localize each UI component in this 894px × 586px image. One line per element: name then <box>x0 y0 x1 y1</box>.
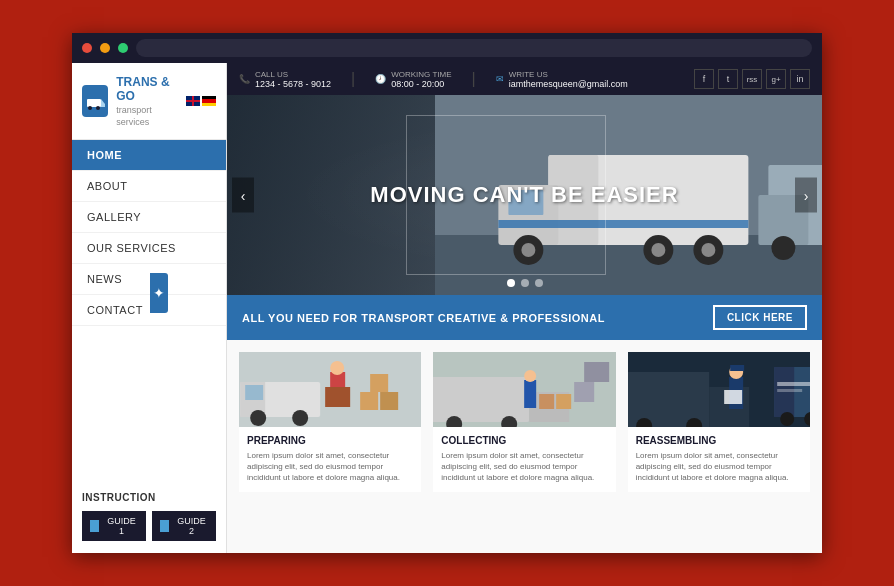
instruction-label: INSTRUCTION <box>82 492 216 503</box>
svg-rect-52 <box>724 390 742 404</box>
svg-rect-41 <box>556 394 571 409</box>
header-call: 📞 Call us 1234 - 5678 - 9012 <box>239 70 331 89</box>
service-card-collecting: COLLECTING Lorem ipsum dolor sit amet, c… <box>433 352 615 492</box>
cta-banner: ALL YOU NEED FOR TRANSPORT CREATIVE & PR… <box>227 295 822 340</box>
service-img-preparing <box>239 352 421 427</box>
svg-point-19 <box>772 236 796 260</box>
svg-rect-31 <box>380 392 398 410</box>
browser-dot-green <box>118 43 128 53</box>
main-content: 📞 Call us 1234 - 5678 - 9012 | 🕗 Working… <box>227 63 822 553</box>
svg-rect-34 <box>433 377 529 422</box>
settings-icon: ✦ <box>153 285 165 301</box>
svg-point-13 <box>652 243 666 257</box>
svg-point-15 <box>702 243 716 257</box>
services-grid: PREPARING Lorem ipsum dolor sit amet, co… <box>239 352 810 492</box>
service-title-reassembling: REASSEMBLING <box>636 435 802 446</box>
cta-text: ALL YOU NEED FOR TRANSPORT CREATIVE & PR… <box>242 312 605 324</box>
instruction-section: INSTRUCTION GUIDE 1 GUIDE 2 <box>72 480 226 553</box>
nav-item-our-services[interactable]: OUR SERVICES <box>72 233 226 264</box>
svg-rect-57 <box>777 382 810 386</box>
svg-rect-51 <box>730 365 744 371</box>
svg-rect-58 <box>777 389 802 392</box>
social-icons: f t rss g+ in <box>694 69 810 89</box>
svg-rect-38 <box>524 380 536 408</box>
nav-item-about[interactable]: ABOUT <box>72 171 226 202</box>
svg-rect-43 <box>584 362 609 382</box>
hero-main-text: MOVING CAN'T BE EASIER <box>370 182 678 208</box>
hero-text-box: MOVING CAN'T BE EASIER <box>370 182 678 208</box>
service-body-preparing: PREPARING Lorem ipsum dolor sit amet, co… <box>239 427 421 492</box>
svg-rect-30 <box>360 392 378 410</box>
social-twitter[interactable]: t <box>718 69 738 89</box>
svg-rect-40 <box>539 394 554 409</box>
service-card-reassembling: REASSEMBLING Lorem ipsum dolor sit amet,… <box>628 352 810 492</box>
flag-de <box>202 96 216 106</box>
svg-point-3 <box>96 106 100 110</box>
doc-icon-2 <box>160 520 169 532</box>
slider-next[interactable]: › <box>795 178 817 213</box>
service-desc-collecting: Lorem ipsum dolor sit amet, consectetur … <box>441 450 607 484</box>
browser-dot-red <box>82 43 92 53</box>
slider-dots <box>507 279 543 287</box>
header-bar: 📞 Call us 1234 - 5678 - 9012 | 🕗 Working… <box>227 63 822 95</box>
svg-rect-24 <box>245 385 263 400</box>
svg-point-39 <box>524 370 536 382</box>
guide-buttons: GUIDE 1 GUIDE 2 <box>82 511 216 541</box>
logo-area: TRANS & GO transport services <box>72 63 226 140</box>
svg-rect-29 <box>325 387 350 407</box>
header-email: ✉ Write us iamthemesqueen@gmail.com <box>496 70 628 89</box>
doc-icon-1 <box>90 520 99 532</box>
social-googleplus[interactable]: g+ <box>766 69 786 89</box>
flag-uk <box>186 96 200 106</box>
settings-tab[interactable]: ✦ <box>150 273 168 313</box>
guide2-button[interactable]: GUIDE 2 <box>152 511 216 541</box>
service-img-reassembling <box>628 352 810 427</box>
service-title-preparing: PREPARING <box>247 435 413 446</box>
service-desc-preparing: Lorem ipsum dolor sit amet, consectetur … <box>247 450 413 484</box>
svg-point-26 <box>292 410 308 426</box>
social-rss[interactable]: rss <box>742 69 762 89</box>
slider-prev[interactable]: ‹ <box>232 178 254 213</box>
guide1-button[interactable]: GUIDE 1 <box>82 511 146 541</box>
url-bar[interactable] <box>136 39 812 57</box>
header-divider-1: | <box>351 70 355 88</box>
service-title-collecting: COLLECTING <box>441 435 607 446</box>
header-working: 🕗 Working time 08:00 - 20:00 <box>375 70 451 89</box>
nav-item-contact[interactable]: CONTACT <box>72 295 226 326</box>
social-facebook[interactable]: f <box>694 69 714 89</box>
browser-dot-yellow <box>100 43 110 53</box>
header-divider-2: | <box>472 70 476 88</box>
service-body-collecting: COLLECTING Lorem ipsum dolor sit amet, c… <box>433 427 615 492</box>
svg-rect-42 <box>574 382 594 402</box>
nav-menu: HOME ABOUT GALLERY OUR SERVICES NEWS CON… <box>72 140 226 326</box>
svg-point-28 <box>330 361 344 375</box>
mail-icon: ✉ <box>496 74 504 84</box>
svg-rect-0 <box>87 99 101 107</box>
service-body-reassembling: REASSEMBLING Lorem ipsum dolor sit amet,… <box>628 427 810 492</box>
service-img-collecting <box>433 352 615 427</box>
service-desc-reassembling: Lorem ipsum dolor sit amet, consectetur … <box>636 450 802 484</box>
logo-text: TRANS & GO transport services <box>116 75 178 127</box>
slider-dot-2[interactable] <box>521 279 529 287</box>
service-card-preparing: PREPARING Lorem ipsum dolor sit amet, co… <box>239 352 421 492</box>
nav-item-home[interactable]: HOME <box>72 140 226 171</box>
svg-point-55 <box>780 412 794 426</box>
phone-icon: 📞 <box>239 74 250 84</box>
hero-slider: MOVING CAN'T BE EASIER ‹ › <box>227 95 822 295</box>
browser-chrome <box>72 33 822 63</box>
logo-icon <box>82 85 108 117</box>
svg-marker-1 <box>101 99 105 107</box>
slider-dot-1[interactable] <box>507 279 515 287</box>
social-linkedin[interactable]: in <box>790 69 810 89</box>
slider-dot-3[interactable] <box>535 279 543 287</box>
flag-icons <box>186 96 216 106</box>
clock-icon: 🕗 <box>375 74 386 84</box>
nav-item-gallery[interactable]: GALLERY <box>72 202 226 233</box>
svg-point-2 <box>88 106 92 110</box>
nav-item-news[interactable]: NEWS <box>72 264 226 295</box>
services-section: PREPARING Lorem ipsum dolor sit amet, co… <box>227 340 822 553</box>
cta-button[interactable]: CLICK HERE <box>713 305 807 330</box>
svg-point-25 <box>250 410 266 426</box>
svg-rect-32 <box>370 374 388 392</box>
